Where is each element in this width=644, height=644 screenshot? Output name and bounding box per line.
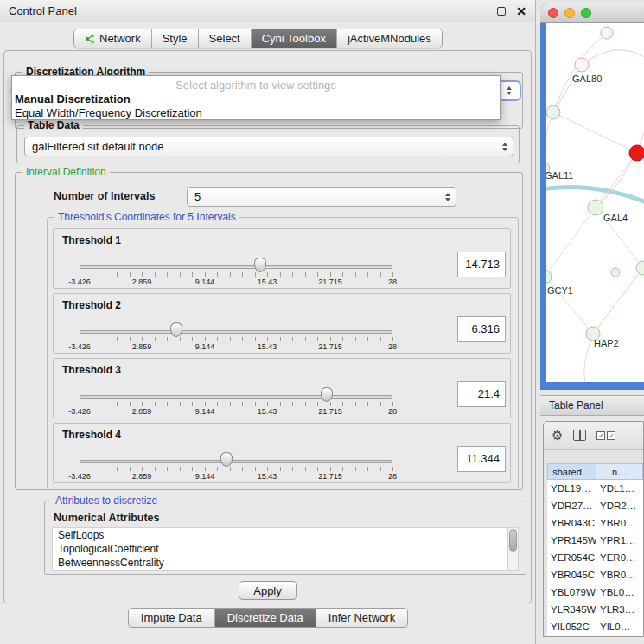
table-cell[interactable]: YIL0… bbox=[596, 618, 643, 635]
table-row[interactable]: YPR145W YPR1… bbox=[547, 532, 643, 549]
network-view-window: GAL80 GAL11 GAL4 GCY1 HAP2 bbox=[540, 3, 644, 390]
table-cell[interactable]: YBR045C bbox=[547, 566, 596, 583]
scale-label: 21.715 bbox=[318, 277, 342, 286]
table-cell[interactable]: YER0… bbox=[596, 549, 643, 566]
threshold-stack: Threshold 1 -3.426 2.859 9.144 15.43 21.… bbox=[53, 228, 511, 483]
column-header-shared-name[interactable]: shared… bbox=[547, 463, 596, 480]
threshold-2-value-field[interactable]: 6.316 bbox=[457, 316, 506, 342]
tab-discretize-data[interactable]: Discretize Data bbox=[215, 609, 316, 627]
mac-close-button[interactable] bbox=[548, 8, 558, 18]
numerical-attributes-label: Numerical Attributes bbox=[54, 512, 159, 524]
table-browser-window: ⚙ ✓ ✓ shared… n… YDL19… YDL1… YDR27… YDR… bbox=[543, 421, 644, 637]
gear-icon[interactable]: ⚙ bbox=[552, 429, 563, 442]
network-window-titlebar[interactable] bbox=[540, 3, 644, 23]
slider-thumb[interactable] bbox=[254, 258, 266, 272]
graph-node[interactable] bbox=[546, 270, 552, 284]
table-cell[interactable]: YLR345W bbox=[547, 601, 596, 618]
table-row[interactable]: YLR345W YLR3… bbox=[547, 601, 643, 618]
control-panel-titlebar[interactable]: Control Panel ✕ bbox=[0, 0, 535, 22]
network-canvas[interactable]: GAL80 GAL11 GAL4 GCY1 HAP2 bbox=[546, 23, 644, 382]
tab-label: Style bbox=[163, 32, 188, 45]
table-row[interactable]: YIL052C YIL0… bbox=[547, 618, 643, 635]
scale-label: -3.426 bbox=[68, 472, 91, 481]
list-item[interactable]: TopologicalCoefficient bbox=[53, 542, 518, 556]
scale-label: 15.43 bbox=[258, 407, 277, 416]
list-item[interactable]: BetweennessCentrality bbox=[53, 556, 518, 570]
dropdown-option-manual-discretization[interactable]: Manual Discretization bbox=[12, 92, 500, 106]
table-cell[interactable]: YDL19… bbox=[547, 480, 596, 497]
node-label: HAP2 bbox=[594, 338, 619, 348]
group-title: Attributes to discretize bbox=[52, 494, 161, 507]
table-cell[interactable]: YBL079W bbox=[547, 583, 596, 601]
table-cell[interactable]: YBR043C bbox=[547, 514, 596, 532]
attributes-scrollbar[interactable] bbox=[507, 528, 518, 570]
tab-label: Cyni Toolbox bbox=[262, 32, 326, 45]
float-window-icon[interactable] bbox=[497, 7, 506, 16]
node-label: GAL80 bbox=[572, 73, 602, 84]
tab-network[interactable]: Network bbox=[74, 29, 152, 48]
tab-cyni-toolbox[interactable]: Cyni Toolbox bbox=[252, 29, 337, 48]
threshold-3-slider[interactable] bbox=[80, 395, 392, 399]
graph-node[interactable] bbox=[636, 261, 644, 275]
close-icon[interactable]: ✕ bbox=[516, 4, 526, 18]
table-cell[interactable]: YER054C bbox=[547, 549, 596, 566]
table-data-combobox[interactable]: galFiltered.sif default node bbox=[24, 137, 513, 156]
column-header-name[interactable]: n… bbox=[596, 463, 643, 480]
graph-node[interactable] bbox=[611, 268, 620, 277]
table-cell[interactable]: YPR1… bbox=[596, 532, 643, 549]
table-cell[interactable]: YDL1… bbox=[596, 480, 643, 497]
table-cell[interactable]: YBR0… bbox=[596, 566, 643, 583]
graph-node[interactable] bbox=[601, 27, 613, 39]
tab-impute-data[interactable]: Impute Data bbox=[129, 609, 215, 627]
tab-jactivemnodules[interactable]: jActiveMNodules bbox=[337, 29, 442, 48]
apply-button[interactable]: Apply bbox=[239, 581, 297, 600]
slider-ticks bbox=[80, 272, 393, 277]
tab-style[interactable]: Style bbox=[152, 29, 199, 48]
numerical-attributes-list[interactable]: SelfLoops TopologicalCoefficient Between… bbox=[52, 527, 519, 571]
tab-infer-network[interactable]: Infer Network bbox=[316, 609, 407, 627]
graph-node-selected[interactable] bbox=[629, 145, 644, 161]
combo-value: 5 bbox=[194, 190, 201, 203]
table-cell[interactable]: YPR145W bbox=[547, 532, 596, 549]
threshold-1-value-field[interactable]: 14.713 bbox=[457, 252, 506, 277]
threshold-4-panel: Threshold 4 -3.426 2.859 9.144 15.43 21.… bbox=[53, 423, 511, 483]
threshold-4-value-field[interactable]: 11.344 bbox=[457, 446, 506, 472]
graph-node[interactable] bbox=[575, 58, 589, 72]
tab-select[interactable]: Select bbox=[199, 29, 252, 48]
mac-minimize-button[interactable] bbox=[564, 8, 575, 18]
tab-label: Network bbox=[99, 32, 141, 45]
threshold-label: Threshold 1 bbox=[62, 234, 121, 246]
algorithm-combobox[interactable] bbox=[497, 80, 521, 101]
scrollbar-thumb[interactable] bbox=[509, 529, 517, 552]
dropdown-option-equal-width-frequency[interactable]: Equal Width/Frequency Discretization bbox=[12, 106, 500, 120]
mac-zoom-button[interactable] bbox=[581, 8, 591, 18]
table-cell[interactable]: YDR2… bbox=[596, 497, 643, 514]
slider-thumb[interactable] bbox=[220, 452, 233, 467]
slider-thumb[interactable] bbox=[321, 387, 333, 402]
table-cell[interactable]: YBR0… bbox=[596, 514, 643, 532]
graph-node[interactable] bbox=[588, 200, 603, 215]
table-row[interactable]: YBL079W YBL0… bbox=[547, 583, 643, 601]
table-row[interactable]: YER054C YER0… bbox=[547, 549, 643, 566]
threshold-3-value-field[interactable]: 21.4 bbox=[457, 381, 506, 407]
num-intervals-combobox[interactable]: 5 bbox=[187, 187, 456, 207]
threshold-1-slider[interactable] bbox=[80, 265, 392, 269]
table-panel-titlebar[interactable]: Table Panel bbox=[540, 395, 644, 416]
table-cell[interactable]: YDR27… bbox=[547, 497, 596, 514]
threshold-2-slider[interactable] bbox=[80, 330, 392, 334]
list-item[interactable]: SelfLoops bbox=[53, 528, 518, 542]
table-row[interactable]: YBR043C YBR0… bbox=[547, 514, 643, 532]
table-row[interactable]: YDR27… YDR2… bbox=[547, 497, 643, 514]
table-row[interactable]: YDL19… YDL1… bbox=[547, 480, 643, 497]
threshold-3-panel: Threshold 3 -3.426 2.859 9.144 15.43 21.… bbox=[53, 358, 511, 418]
select-columns-icon[interactable]: ✓ ✓ bbox=[596, 431, 615, 440]
slider-thumb[interactable] bbox=[170, 322, 182, 337]
table-cell[interactable]: YBL0… bbox=[596, 583, 643, 601]
graph-node[interactable] bbox=[546, 105, 560, 119]
table-row[interactable]: YBR045C YBR0… bbox=[547, 566, 643, 583]
table-cell[interactable]: YLR3… bbox=[596, 601, 643, 618]
threshold-4-slider[interactable] bbox=[80, 460, 392, 463]
scale-label: 2.859 bbox=[132, 277, 152, 286]
table-cell[interactable]: YIL052C bbox=[547, 618, 596, 635]
columns-icon[interactable] bbox=[573, 430, 586, 441]
